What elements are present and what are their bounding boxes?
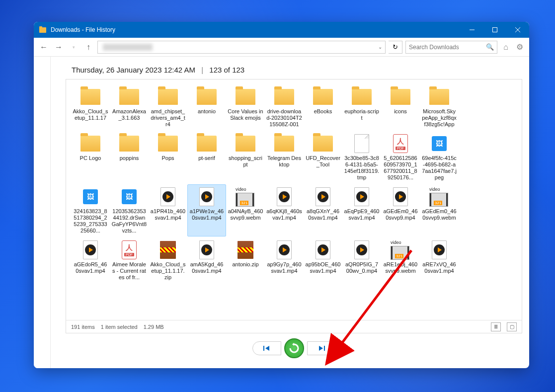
- restore-button[interactable]: [284, 338, 304, 358]
- home-icon[interactable]: ⌂: [500, 42, 511, 53]
- search-box[interactable]: 🔍: [405, 41, 497, 54]
- file-item-label: UFD_Recover_Tool: [305, 155, 341, 168]
- file-item[interactable]: aRE7xVQ_460svav1.mp4: [420, 237, 459, 283]
- address-dropdown-icon[interactable]: ⌄: [378, 44, 382, 50]
- next-version-button[interactable]: [307, 341, 336, 355]
- file-item[interactable]: poppins: [110, 131, 149, 183]
- svg-rect-10: [324, 346, 325, 351]
- file-item-label: Core Values in Slack emojis: [228, 108, 263, 121]
- file-item[interactable]: pt-serif: [187, 131, 226, 183]
- window-title: Downloads - File History: [51, 26, 461, 33]
- file-item[interactable]: videoaRE1eDj_460svvp9.webm: [381, 237, 420, 283]
- snapshot-counter: 123 of 123: [209, 66, 244, 74]
- file-item-label: aEqPpE9_460svav1.mp4: [344, 208, 380, 221]
- file-item[interactable]: 人PDFAimee Morales - Current rates of fr.…: [110, 237, 149, 283]
- history-dropdown[interactable]: ▾: [68, 41, 79, 53]
- file-item[interactable]: 🖼69e4f5fc-415c-4695-b682-a7aa1647fae7.jp…: [420, 131, 459, 183]
- file-item-label: antonio: [198, 108, 216, 115]
- file-item[interactable]: PC Logo: [71, 131, 110, 183]
- status-item-count: 191 items: [71, 324, 95, 330]
- file-item-label: Akko_Cloud_setup_11.1.17: [73, 108, 108, 121]
- file-item[interactable]: aGEdoR5_460svav1.mp4: [71, 237, 110, 283]
- history-controls: [66, 333, 522, 363]
- file-item[interactable]: a8qGXnY_460svav1.mp4: [304, 184, 342, 236]
- file-item[interactable]: drive-download-20230104T215508Z-001: [265, 84, 304, 130]
- search-icon[interactable]: 🔍: [486, 43, 494, 51]
- file-item-label: Microsoft.SkypeApp_kzf8qxf38zg5c!App: [421, 108, 457, 128]
- file-item[interactable]: 🖼324163823_8517380294_25239_27533325660.…: [71, 184, 110, 236]
- file-item-label: 324163823_8517380294_25239_27533325660..…: [73, 208, 108, 234]
- file-item[interactable]: 3c30be85-3c86-4131-b5a5-145ef18f3119.tmp: [342, 131, 381, 183]
- file-item-label: Aimee Morales - Current rates of fr...: [111, 261, 147, 281]
- file-item-label: aGEdoR5_460svav1.mp4: [73, 261, 108, 274]
- file-item[interactable]: UFD_Recover_Tool: [304, 131, 342, 183]
- file-item[interactable]: antonio.zip: [226, 237, 265, 283]
- file-item-label: ap9Gy7p_460svav1.mp4: [266, 261, 302, 274]
- file-item[interactable]: ap95bOE_460svav1.mp4: [304, 237, 342, 283]
- file-item-label: Akko_Cloud_setup_11.1.17.zip: [150, 261, 186, 281]
- svg-rect-3: [493, 28, 497, 32]
- titlebar: Downloads - File History: [34, 22, 529, 38]
- file-item[interactable]: euphoria-script: [342, 84, 381, 130]
- file-item[interactable]: a1PR41b_460svav1.mp4: [149, 184, 187, 236]
- file-item[interactable]: videoaGEdEm0_460svvp9.webm: [420, 184, 459, 236]
- file-item-label: amA5Kgd_460svav1.mp4: [189, 261, 225, 274]
- back-button[interactable]: ←: [38, 41, 50, 53]
- address-bar[interactable]: ⌄: [97, 41, 386, 54]
- file-item[interactable]: Telegram Desktop: [265, 131, 304, 183]
- file-item[interactable]: amd_chipset_drivers_am4_tr4: [149, 84, 187, 130]
- file-item[interactable]: ap9Gy7p_460svav1.mp4: [265, 237, 304, 283]
- gear-icon[interactable]: ⚙: [514, 42, 525, 53]
- file-item[interactable]: aQR0P5IG_700wv_0.mp4: [342, 237, 381, 283]
- file-item[interactable]: shopping_script: [226, 131, 265, 183]
- file-item[interactable]: Akko_Cloud_setup_11.1.17.zip: [149, 237, 187, 283]
- svg-marker-9: [319, 346, 323, 351]
- file-item[interactable]: 人PDF5_620612586609573970_1677920011_8925…: [381, 131, 420, 183]
- file-item-label: amd_chipset_drivers_am4_tr4: [150, 108, 186, 128]
- file-item[interactable]: eBooks: [304, 84, 342, 130]
- app-icon: [39, 26, 47, 34]
- status-selection: 1 item selected: [101, 324, 138, 330]
- file-item[interactable]: icons: [381, 84, 420, 130]
- file-item-label: ap95bOE_460svav1.mp4: [305, 261, 341, 274]
- file-item-label: drive-download-20230104T215508Z-001: [266, 108, 302, 128]
- file-item[interactable]: Pops: [149, 131, 187, 183]
- details-view-button[interactable]: ≣: [491, 322, 501, 331]
- file-pane: Akko_Cloud_setup_11.1.17AmazonAlexa_3.1.…: [66, 79, 522, 333]
- status-bar: 191 items 1 item selected 1.29 MB ≣ ▢: [66, 320, 522, 333]
- file-item[interactable]: Core Values in Slack emojis: [226, 84, 265, 130]
- file-item[interactable]: antonio: [187, 84, 226, 130]
- file-item[interactable]: AmazonAlexa_3.1.663: [110, 84, 149, 130]
- file-item-label: 5_620612586609573970_1677920011_89250176…: [383, 155, 418, 181]
- file-item-label: shopping_script: [228, 155, 263, 168]
- file-item[interactable]: aGEdEm0_460svvp9.mp4: [381, 184, 420, 236]
- refresh-button[interactable]: ↻: [389, 41, 402, 54]
- file-history-window: Downloads - File History ← → ▾ ↑ ⌄ ↻ 🔍 ⌂…: [34, 22, 529, 368]
- forward-button[interactable]: →: [53, 41, 65, 53]
- close-button[interactable]: [506, 22, 529, 38]
- file-item-label: icons: [394, 108, 407, 115]
- snapshot-datetime: Thursday, 26 January 2023 12:42 AM: [72, 66, 195, 74]
- maximize-button[interactable]: [483, 22, 506, 38]
- icons-view-button[interactable]: ▢: [507, 322, 517, 331]
- file-item-label: PC Logo: [80, 155, 101, 161]
- file-item[interactable]: videoa04NAyB_460svvp9.webm: [226, 184, 265, 236]
- file-item[interactable]: a6qKKj8_460svav1.mp4: [265, 184, 304, 236]
- previous-version-button[interactable]: [252, 341, 281, 355]
- up-button[interactable]: ↑: [82, 41, 94, 53]
- file-item-label: Pops: [161, 155, 174, 161]
- file-item[interactable]: Akko_Cloud_setup_11.1.17: [71, 84, 110, 130]
- file-item-label: AmazonAlexa_3.1.663: [111, 108, 147, 121]
- search-input[interactable]: [409, 44, 486, 51]
- file-item[interactable]: 🖼1203536235344192.drSwnGaFyYP6Vnt8vzts..…: [110, 184, 149, 236]
- file-item[interactable]: amA5Kgd_460svav1.mp4: [187, 237, 226, 283]
- file-item[interactable]: aEqPpE9_460svav1.mp4: [342, 184, 381, 236]
- minimize-button[interactable]: [461, 22, 483, 38]
- file-grid[interactable]: Akko_Cloud_setup_11.1.17AmazonAlexa_3.1.…: [66, 79, 522, 320]
- file-item[interactable]: a1PWe1w_460svav1.mp4: [187, 184, 226, 236]
- svg-marker-8: [292, 343, 294, 346]
- file-item[interactable]: Microsoft.SkypeApp_kzf8qxf38zg5c!App: [420, 84, 459, 130]
- file-item-label: a1PWe1w_460svav1.mp4: [189, 208, 225, 221]
- file-item-label: aRE7xVQ_460svav1.mp4: [421, 261, 457, 274]
- file-item-label: 1203536235344192.drSwnGaFyYP6Vnt8vzts...: [111, 208, 147, 234]
